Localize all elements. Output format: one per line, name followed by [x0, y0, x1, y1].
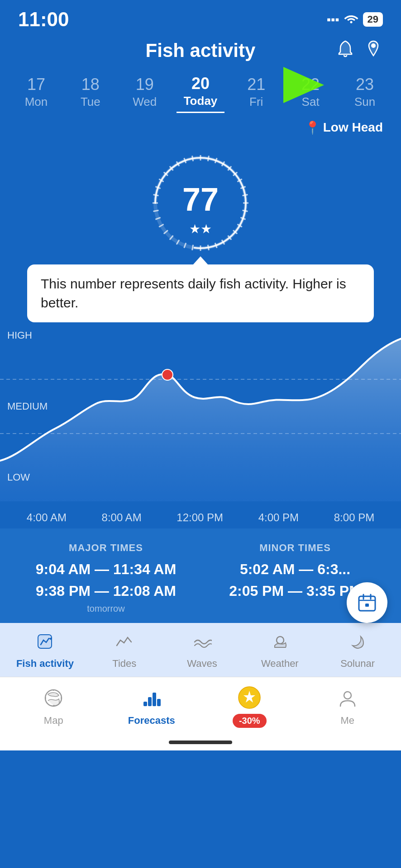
location-pin-icon: 📍	[305, 120, 320, 135]
location-name: Low Head	[323, 120, 383, 135]
chart-x-labels: 4:00 AM 8:00 AM 12:00 PM 4:00 PM 8:00 PM	[0, 511, 401, 524]
nav-forecasts[interactable]: Forecasts	[124, 688, 179, 726]
date-item-19[interactable]: 19 Wed	[122, 71, 167, 113]
major-times-title: MAJOR TIMES	[14, 542, 198, 554]
page-title: Fish activity	[146, 40, 256, 61]
chart-label-high: HIGH	[7, 330, 48, 341]
tab-tides[interactable]: Tides	[97, 632, 152, 670]
chart-peak-dot	[162, 369, 173, 380]
chart-y-labels: HIGH MEDIUM LOW	[7, 330, 48, 483]
activity-score-section: 77 ★★	[0, 140, 401, 257]
tab-weather[interactable]: Weather	[253, 632, 307, 670]
svg-rect-52	[143, 702, 147, 706]
tides-info: MAJOR TIMES 9:04 AM — 11:34 AM 9:38 PM —…	[0, 528, 401, 623]
svg-point-0	[350, 21, 352, 24]
chart-svg	[0, 334, 401, 501]
activity-ring: 77 ★★	[146, 149, 255, 257]
activity-score-value: 77	[182, 181, 219, 218]
svg-rect-55	[157, 699, 161, 706]
bottom-navigation: Map Forecasts -30% Me	[0, 677, 401, 734]
bottom-tabs: Fish activity Tides Waves Weather	[0, 623, 401, 677]
battery-badge: 29	[363, 12, 383, 27]
me-nav-icon	[338, 688, 358, 712]
date-item-20-today[interactable]: 20 Today	[177, 71, 225, 113]
tides-section: MAJOR TIMES 9:04 AM — 11:34 AM 9:38 PM —…	[0, 528, 401, 623]
activity-tooltip: This number represents daily fish activi…	[27, 264, 374, 322]
major-time-2: 9:38 PM — 12:08 AM	[14, 580, 198, 602]
navigation-arrow	[283, 67, 324, 103]
solunar-tab-icon	[348, 632, 367, 655]
tooltip-text: This number represents daily fish activi…	[41, 276, 346, 310]
home-bar	[169, 741, 232, 744]
svg-point-57	[344, 692, 351, 699]
date-selector: 17 Mon 18 Tue 19 Wed 20 Today 21 Fri 22 …	[0, 66, 401, 118]
date-item-22[interactable]: 22 Sat	[288, 71, 333, 113]
nav-me[interactable]: Me	[320, 688, 375, 726]
major-times-column: MAJOR TIMES 9:04 AM — 11:34 AM 9:38 PM —…	[14, 542, 198, 614]
tab-fish-activity-label: Fish activity	[16, 658, 74, 670]
me-nav-label: Me	[340, 715, 354, 726]
activity-chart: HIGH MEDIUM LOW 4:00 AM 8:00 AM 12:00 PM…	[0, 330, 401, 528]
location-icon[interactable]	[364, 39, 383, 62]
fish-activity-tab-icon	[35, 632, 54, 655]
date-item-23[interactable]: 23 Sun	[342, 71, 387, 113]
promo-nav-icon	[238, 686, 261, 713]
status-bar: 11:00 ▪▪▪ 29	[0, 0, 401, 35]
tab-solunar[interactable]: Solunar	[330, 632, 385, 670]
signal-icon: ▪▪▪	[327, 13, 339, 27]
waves-tab-icon	[193, 632, 212, 655]
svg-marker-2	[283, 67, 324, 103]
header-action-icons	[336, 39, 383, 62]
activity-stars: ★★	[189, 222, 212, 236]
promo-badge: -30%	[233, 714, 267, 728]
tab-weather-label: Weather	[261, 658, 299, 670]
notification-icon[interactable]	[336, 39, 355, 62]
minor-times-title: MINOR TIMES	[203, 542, 387, 554]
home-indicator	[0, 734, 401, 750]
tab-tides-label: Tides	[112, 658, 136, 670]
date-item-18[interactable]: 18 Tue	[68, 71, 113, 113]
wifi-icon	[344, 12, 358, 27]
forecasts-nav-label: Forecasts	[128, 715, 175, 726]
major-time-1: 9:04 AM — 11:34 AM	[14, 558, 198, 580]
svg-rect-54	[153, 693, 156, 706]
tides-grid: MAJOR TIMES 9:04 AM — 11:34 AM 9:38 PM —…	[14, 542, 387, 614]
calendar-fab-button[interactable]	[347, 582, 387, 623]
svg-point-50	[277, 637, 284, 644]
svg-rect-53	[148, 697, 152, 706]
tomorrow-label: tomorrow	[14, 602, 198, 614]
date-item-21[interactable]: 21 Fri	[234, 71, 279, 113]
tab-fish-activity[interactable]: Fish activity	[16, 632, 74, 670]
nav-promo[interactable]: -30%	[222, 686, 277, 728]
svg-rect-47	[365, 604, 369, 607]
date-item-17[interactable]: 17 Mon	[14, 71, 59, 113]
app-header: Fish activity	[0, 35, 401, 66]
svg-line-39	[153, 210, 159, 211]
minor-time-1: 5:02 AM — 6:3...	[203, 558, 387, 580]
location-row: 📍 Low Head	[0, 118, 401, 140]
forecasts-nav-icon	[142, 688, 162, 712]
tides-tab-icon	[115, 632, 134, 655]
chart-label-low: LOW	[7, 472, 48, 483]
tab-solunar-label: Solunar	[340, 658, 375, 670]
weather-tab-icon	[270, 632, 289, 655]
nav-map[interactable]: Map	[26, 688, 81, 726]
tab-waves[interactable]: Waves	[175, 632, 229, 670]
map-nav-icon	[43, 688, 63, 712]
chart-label-medium: MEDIUM	[7, 401, 48, 412]
map-nav-label: Map	[44, 715, 63, 726]
svg-line-32	[192, 245, 193, 250]
tab-waves-label: Waves	[187, 658, 217, 670]
status-icons: ▪▪▪ 29	[327, 12, 383, 27]
status-time: 11:00	[18, 8, 69, 31]
svg-point-1	[372, 44, 375, 47]
